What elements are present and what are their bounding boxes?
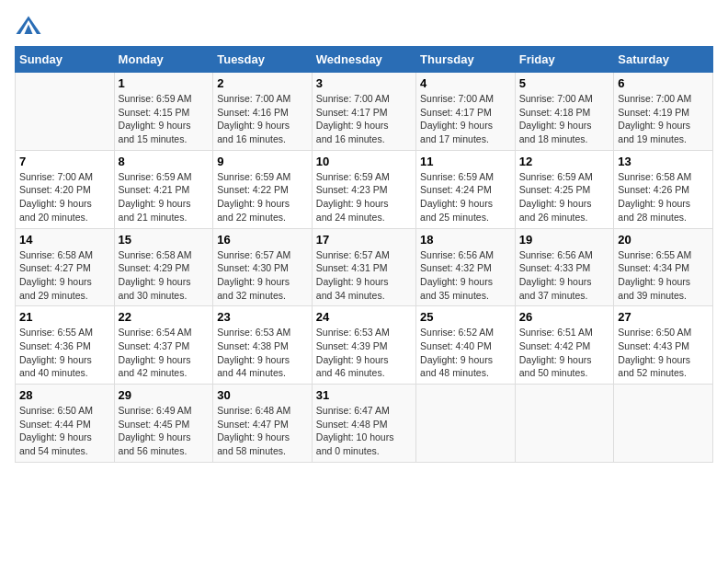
day-info-line: Daylight: 9 hours [316,276,389,287]
day-info-line: and 58 minutes. [217,445,286,456]
day-info-line: Sunrise: 6:58 AM [119,249,192,260]
day-number: 29 [119,388,210,402]
day-info-line: Sunrise: 6:55 AM [618,249,691,260]
day-info-line: Sunset: 4:39 PM [316,340,388,351]
day-info-line: Sunrise: 6:49 AM [119,405,192,416]
day-info: Sunrise: 6:57 AMSunset: 4:31 PMDaylight:… [316,248,412,303]
day-info: Sunrise: 7:00 AMSunset: 4:20 PMDaylight:… [19,170,110,224]
day-info-line: and 42 minutes. [119,367,188,378]
day-info-line: Sunset: 4:36 PM [19,340,91,351]
calendar-cell: 27Sunrise: 6:50 AMSunset: 4:43 PMDayligh… [614,306,713,385]
day-info-line: Sunset: 4:43 PM [618,340,689,351]
day-info-line: Daylight: 9 hours [119,276,191,287]
calendar-cell: 14Sunrise: 6:58 AMSunset: 4:27 PMDayligh… [16,228,115,306]
logo-icon [15,15,42,37]
day-info: Sunrise: 6:59 AMSunset: 4:23 PMDaylight:… [316,170,412,224]
day-info-line: and 34 minutes. [316,290,385,301]
day-info-line: and 16 minutes. [316,133,385,144]
day-number: 14 [19,233,110,247]
day-info-line: Sunrise: 6:59 AM [316,171,390,182]
header-day-friday: Friday [515,47,614,73]
day-info-line: Daylight: 9 hours [618,120,690,131]
day-info: Sunrise: 6:58 AMSunset: 4:26 PMDaylight:… [618,170,709,224]
day-info-line: Sunrise: 6:58 AM [618,171,691,182]
calendar-cell [515,385,614,463]
day-info-line: and 15 minutes. [119,133,188,144]
day-info-line: Sunset: 4:25 PM [519,184,591,195]
day-info-line: Daylight: 9 hours [19,276,92,287]
day-info: Sunrise: 7:00 AMSunset: 4:16 PMDaylight:… [217,92,308,146]
day-info-line: Sunset: 4:22 PM [217,184,289,195]
day-info-line: Sunrise: 6:59 AM [217,171,290,182]
day-info-line: Sunset: 4:16 PM [217,107,289,118]
day-info-line: Sunset: 4:31 PM [316,262,388,273]
day-number: 8 [119,155,210,168]
day-info-line: Sunrise: 6:48 AM [217,405,290,416]
day-info-line: Sunrise: 6:47 AM [316,405,390,416]
day-info: Sunrise: 6:55 AMSunset: 4:34 PMDaylight:… [618,248,709,303]
day-info-line: Sunset: 4:17 PM [420,107,492,118]
page-header [15,15,713,37]
day-info: Sunrise: 6:55 AMSunset: 4:36 PMDaylight:… [19,326,110,380]
calendar-week-3: 14Sunrise: 6:58 AMSunset: 4:27 PMDayligh… [16,228,713,306]
day-info-line: Sunrise: 6:55 AM [19,327,93,338]
day-info-line: Daylight: 9 hours [316,198,389,209]
calendar-header-row: SundayMondayTuesdayWednesdayThursdayFrid… [16,47,713,73]
day-info-line: Sunset: 4:21 PM [119,184,190,195]
day-info-line: Sunrise: 6:50 AM [19,405,93,416]
day-number: 21 [19,310,110,324]
day-info-line: and 54 minutes. [19,445,88,456]
day-number: 27 [618,310,709,324]
day-info-line: Daylight: 9 hours [19,354,92,365]
calendar-cell: 11Sunrise: 6:59 AMSunset: 4:24 PMDayligh… [416,150,516,228]
day-number: 5 [519,76,610,90]
calendar-cell: 17Sunrise: 6:57 AMSunset: 4:31 PMDayligh… [312,228,415,306]
calendar-cell: 12Sunrise: 6:59 AMSunset: 4:25 PMDayligh… [515,150,614,228]
calendar-cell: 21Sunrise: 6:55 AMSunset: 4:36 PMDayligh… [16,306,115,385]
day-number: 16 [217,233,308,247]
header-day-sunday: Sunday [16,47,115,73]
day-info-line: and 18 minutes. [519,133,588,144]
header-day-monday: Monday [114,47,213,73]
day-info-line: and 46 minutes. [316,367,385,378]
day-info-line: Sunrise: 6:59 AM [119,93,192,104]
calendar-week-4: 21Sunrise: 6:55 AMSunset: 4:36 PMDayligh… [16,306,713,385]
day-info-line: and 50 minutes. [519,367,588,378]
day-number: 25 [420,310,511,324]
day-info-line: Sunrise: 7:00 AM [519,93,593,104]
day-info: Sunrise: 6:48 AMSunset: 4:47 PMDaylight:… [217,404,308,458]
calendar-cell [16,73,115,151]
calendar-cell: 18Sunrise: 6:56 AMSunset: 4:32 PMDayligh… [416,228,516,306]
logo [15,15,46,37]
day-info-line: Sunset: 4:26 PM [618,184,689,195]
day-info-line: Sunset: 4:45 PM [119,419,190,430]
day-info-line: and 20 minutes. [19,212,88,223]
calendar-cell: 5Sunrise: 7:00 AMSunset: 4:18 PMDaylight… [515,73,614,151]
day-info-line: Daylight: 9 hours [618,276,690,287]
day-info-line: and 21 minutes. [119,212,188,223]
day-info: Sunrise: 6:50 AMSunset: 4:44 PMDaylight:… [19,404,110,458]
day-info: Sunrise: 6:54 AMSunset: 4:37 PMDaylight:… [119,326,210,380]
calendar-cell: 19Sunrise: 6:56 AMSunset: 4:33 PMDayligh… [515,228,614,306]
day-info-line: Daylight: 9 hours [519,120,592,131]
day-info-line: Sunset: 4:42 PM [519,340,591,351]
day-info: Sunrise: 6:50 AMSunset: 4:43 PMDaylight:… [618,326,709,380]
day-info-line: Daylight: 9 hours [519,276,592,287]
calendar-cell: 22Sunrise: 6:54 AMSunset: 4:37 PMDayligh… [114,306,213,385]
day-number: 13 [618,155,709,168]
day-info-line: and 52 minutes. [618,367,687,378]
day-info-line: Daylight: 9 hours [19,198,92,209]
day-info-line: Sunrise: 7:00 AM [217,93,290,104]
day-info: Sunrise: 6:53 AMSunset: 4:39 PMDaylight:… [316,326,412,380]
day-info-line: and 26 minutes. [519,212,588,223]
day-info: Sunrise: 6:59 AMSunset: 4:24 PMDaylight:… [420,170,511,224]
day-info-line: Sunset: 4:19 PM [618,107,689,118]
day-info: Sunrise: 6:51 AMSunset: 4:42 PMDaylight:… [519,326,610,380]
day-info: Sunrise: 6:59 AMSunset: 4:25 PMDaylight:… [519,170,610,224]
day-number: 12 [519,155,610,168]
day-info-line: Sunrise: 6:56 AM [420,249,494,260]
day-info-line: Sunset: 4:40 PM [420,340,492,351]
day-info-line: Sunrise: 6:54 AM [119,327,192,338]
day-info-line: Sunset: 4:32 PM [420,262,492,273]
day-info-line: Daylight: 9 hours [420,276,493,287]
